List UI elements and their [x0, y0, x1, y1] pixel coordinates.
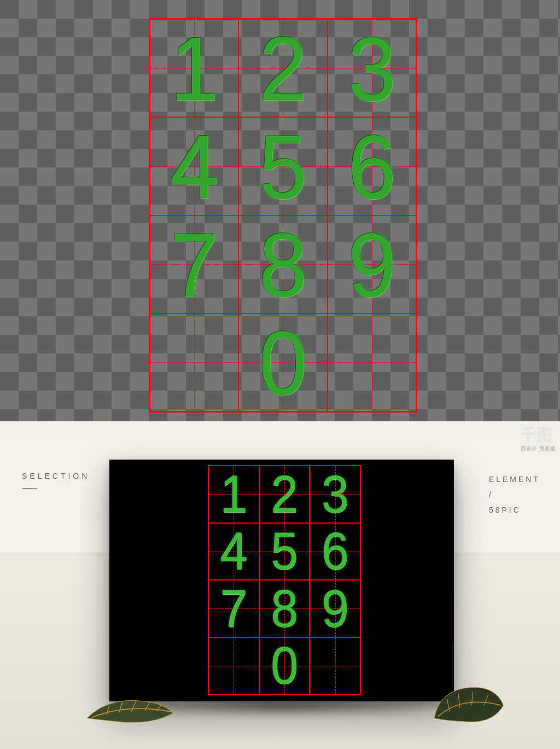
- grid-cell: [310, 637, 360, 695]
- grid-cell: 6: [310, 523, 360, 580]
- grid-cell: 2: [238, 19, 327, 117]
- digit-1: 1: [220, 464, 247, 525]
- grid-cell: 0: [259, 637, 310, 695]
- digit-6: 6: [322, 521, 349, 582]
- digit-8: 8: [271, 578, 298, 639]
- digit-4: 4: [220, 521, 247, 582]
- grid-cell: 3: [328, 19, 416, 117]
- grid-cell: 4: [208, 523, 259, 580]
- digit-3: 3: [322, 464, 349, 525]
- grid-cell: 3: [310, 466, 360, 523]
- digits-grid-small: 1234567890: [208, 465, 361, 695]
- digit-0: 0: [271, 635, 298, 696]
- digit-8: 8: [259, 219, 307, 310]
- label-element-line3: 58PIC: [489, 502, 540, 518]
- grid-cell: 1: [208, 466, 259, 523]
- digit-5: 5: [259, 121, 307, 212]
- decorative-leaf-right: [427, 680, 509, 726]
- digit-2: 2: [271, 464, 298, 525]
- grid-cell: 6: [328, 117, 416, 215]
- label-selection: SELECTION: [22, 472, 90, 489]
- label-selection-dash: [22, 488, 37, 489]
- digit-7: 7: [220, 578, 247, 639]
- grid-subgrid: [150, 314, 238, 411]
- grid-cell: 2: [259, 466, 310, 523]
- grid-cell: 8: [259, 580, 310, 637]
- grid-cell: [328, 313, 416, 411]
- grid-subgrid: [209, 638, 259, 694]
- digits-grid-large: 1234567890: [149, 18, 417, 413]
- watermark-logo: 千图 用设计·用灵感: [521, 425, 556, 452]
- label-element: ELEMENT / 58PIC: [489, 472, 540, 518]
- digit-9: 9: [348, 219, 396, 310]
- digit-9: 9: [322, 578, 349, 639]
- grid-cell: 7: [208, 580, 259, 637]
- digit-5: 5: [271, 521, 298, 582]
- mockup-scene: 千图 用设计·用灵感 SELECTION ELEMENT / 58PIC 123…: [0, 421, 560, 749]
- label-element-line1: ELEMENT: [489, 472, 540, 487]
- label-element-line2: /: [489, 487, 540, 502]
- watermark-text: 千图: [521, 426, 553, 443]
- label-selection-text: SELECTION: [22, 472, 90, 480]
- grid-cell: [150, 313, 238, 411]
- grid-cell: 4: [150, 117, 238, 215]
- digit-2: 2: [259, 23, 307, 114]
- grid-cell: 0: [238, 313, 327, 411]
- grid-cell: 9: [310, 580, 360, 637]
- grid-cell: 8: [238, 216, 327, 313]
- grid-cell: 5: [259, 523, 310, 580]
- grid-subgrid: [328, 314, 416, 411]
- digit-6: 6: [348, 121, 396, 212]
- decorative-leaf-left: [82, 690, 180, 726]
- grid-subgrid: [310, 638, 360, 694]
- digit-4: 4: [170, 121, 218, 212]
- grid-cell: 5: [238, 117, 327, 215]
- digit-1: 1: [170, 23, 218, 114]
- digit-0: 0: [259, 317, 307, 408]
- grid-cell: 7: [150, 216, 238, 313]
- mockup-card: 1234567890: [109, 460, 454, 701]
- digit-7: 7: [170, 219, 218, 310]
- digit-3: 3: [348, 23, 396, 114]
- transparency-preview: 1234567890: [0, 0, 560, 421]
- grid-cell: 1: [150, 19, 238, 117]
- grid-cell: [208, 637, 259, 695]
- grid-cell: 9: [328, 216, 416, 313]
- watermark-tagline: 用设计·用灵感: [521, 445, 556, 452]
